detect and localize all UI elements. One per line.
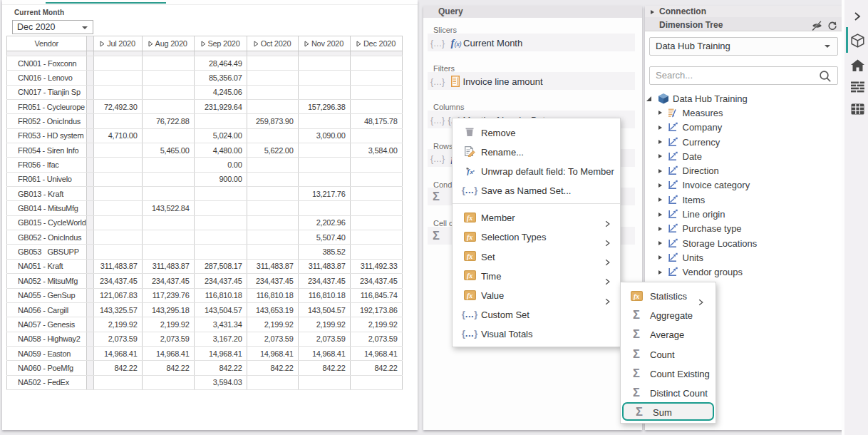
svg-text:fx: fx [467, 233, 472, 241]
svg-text:fx: fx [467, 291, 472, 299]
svg-text:fx: fx [467, 213, 472, 221]
svg-text:fx: fx [467, 252, 472, 260]
svg-text:fx: fx [634, 292, 639, 300]
svg-text:fx: fx [467, 272, 472, 280]
